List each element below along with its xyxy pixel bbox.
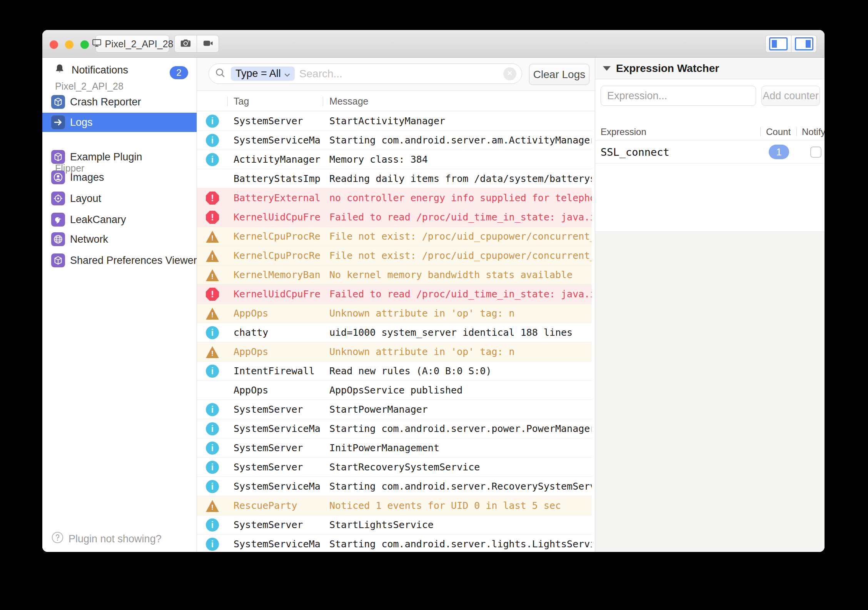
plugin-help-link[interactable]: Plugin not showing?	[51, 531, 162, 547]
log-row[interactable]: iSystemServerStartLightsService	[197, 515, 592, 535]
log-row[interactable]: !KernelUidCpuFreFailed to read /proc/uid…	[197, 285, 592, 304]
screen-record-button[interactable]	[197, 35, 219, 52]
log-tag: SystemServiceMa	[234, 131, 320, 150]
info-icon: i	[206, 480, 219, 493]
sidebar-item-network[interactable]: Network	[42, 230, 197, 248]
column-header-tag: Tag	[234, 91, 249, 111]
log-tag: AppOps	[234, 304, 320, 323]
log-row[interactable]: iSystemServerStartPowerManager	[197, 400, 592, 419]
log-message: Noticed 1 events for UID 0 in last 5 sec	[329, 496, 592, 515]
log-row[interactable]: !KernelCpuProcReFile not exist: /proc/ui…	[197, 246, 592, 265]
target-icon	[51, 192, 65, 205]
sidebar-item-leakcanary[interactable]: LeakCanary	[42, 211, 197, 228]
add-counter-button[interactable]: Add counter	[761, 86, 820, 106]
screenshot-button[interactable]	[175, 35, 197, 52]
info-icon: i	[206, 422, 219, 435]
log-message: Unknown attribute in 'op' tag: n	[329, 304, 592, 323]
zoom-window-button[interactable]	[80, 40, 89, 49]
sidebar-item-crash-reporter[interactable]: Crash Reporter	[42, 93, 197, 111]
log-row[interactable]: !RescuePartyNoticed 1 events for UID 0 i…	[197, 496, 592, 515]
log-tag: RescueParty	[234, 496, 320, 515]
sidebar-section-device: Pixel_2_API_28	[55, 80, 124, 92]
log-row[interactable]: iIntentFirewallRead new rules (A:0 B:0 S…	[197, 362, 592, 381]
clear-search-button[interactable]	[503, 67, 516, 80]
search-bar[interactable]: Type = All Search...	[209, 63, 522, 84]
warning-icon: !	[206, 500, 219, 512]
globe-icon	[51, 232, 65, 246]
sidebar-item-label: LeakCanary	[70, 214, 126, 226]
log-message: uid=1000 system_server identical 188 lin…	[329, 323, 592, 342]
log-row[interactable]: AppOpsAppOpsService published	[197, 381, 592, 400]
log-tag: KernelCpuProcRe	[234, 227, 320, 246]
clear-logs-button[interactable]: Clear Logs	[529, 64, 589, 85]
titlebar: Pixel_2_API_28	[42, 30, 825, 58]
log-row[interactable]: !AppOpsUnknown attribute in 'op' tag: n	[197, 342, 592, 362]
log-row[interactable]: BatteryStatsImpReading daily items from …	[197, 169, 592, 188]
log-message: Starting com.android.server.RecoverySyst…	[329, 477, 592, 496]
column-header-expression: Expression	[601, 123, 646, 141]
log-tag: KernelMemoryBan	[234, 265, 320, 285]
sidebar-item-logs[interactable]: Logs	[42, 113, 197, 132]
warning-icon: !	[206, 308, 219, 320]
info-icon: i	[206, 461, 219, 474]
sidebar-item-shared-preferences-viewer[interactable]: Shared Preferences Viewer	[42, 252, 197, 269]
log-row[interactable]: !AppOpsUnknown attribute in 'op' tag: n	[197, 304, 592, 323]
log-row[interactable]: !KernelUidCpuFreFailed to read /proc/uid…	[197, 208, 592, 227]
type-filter-label: Type = All	[235, 68, 281, 80]
expression-watcher-header[interactable]: Expression Watcher	[595, 58, 825, 79]
log-message: Starting com.android.server.am.ActivityM…	[329, 131, 592, 150]
log-row[interactable]: iSystemServiceMaStarting com.android.ser…	[197, 535, 592, 552]
close-window-button[interactable]	[50, 40, 58, 49]
log-message: Read new rules (A:0 B:0 S:0)	[329, 362, 592, 381]
sidebar-item-label: Images	[70, 172, 104, 183]
device-name-label: Pixel_2_API_28	[105, 38, 174, 50]
sidebar-item-notifications[interactable]: Notifications 2	[42, 62, 197, 78]
watcher-row[interactable]: SSL_connect1	[595, 141, 825, 163]
log-row[interactable]: iSystemServerInitPowerManagement	[197, 438, 592, 458]
cube-icon	[51, 253, 65, 267]
info-icon: i	[206, 326, 219, 339]
log-tag: SystemServer	[234, 400, 320, 419]
log-message: Failed to read /proc/uid_time_in_state: …	[329, 285, 592, 304]
sidebar-item-layout[interactable]: Layout	[42, 190, 197, 207]
log-row[interactable]: !KernelMemoryBanNo kernel memory bandwid…	[197, 265, 592, 285]
sidebar-item-label: Example Plugin	[70, 151, 142, 163]
log-tag: BatteryExternal	[234, 188, 320, 208]
watcher-empty-area	[595, 232, 825, 552]
log-row[interactable]: iSystemServiceMaStarting com.android.ser…	[197, 131, 592, 150]
disclosure-triangle-icon	[603, 66, 611, 71]
info-icon: i	[206, 365, 219, 378]
log-message: Starting com.android.server.lights.Light…	[329, 535, 592, 552]
column-header-message: Message	[329, 91, 368, 111]
column-header-notify: Notify	[802, 123, 825, 141]
log-tag: SystemServer	[234, 112, 320, 131]
toggle-left-sidebar-button[interactable]	[766, 35, 791, 52]
watched-expression: SSL_connect	[601, 141, 669, 163]
log-tag: SystemServiceMa	[234, 477, 320, 496]
log-row[interactable]: iSystemServerStartRecoverySystemService	[197, 458, 592, 477]
toggle-right-sidebar-button[interactable]	[791, 35, 816, 52]
log-row[interactable]: iSystemServiceMaStarting com.android.ser…	[197, 477, 592, 496]
log-row[interactable]: iSystemServerStartActivityManager	[197, 112, 592, 131]
log-message: StartActivityManager	[329, 112, 592, 131]
log-row[interactable]: !BatteryExternalno controller energy inf…	[197, 188, 592, 208]
log-tag: KernelUidCpuFre	[234, 208, 320, 227]
log-row[interactable]: iSystemServiceMaStarting com.android.ser…	[197, 419, 592, 438]
minimize-window-button[interactable]	[65, 40, 73, 49]
log-row[interactable]: !KernelCpuProcReFile not exist: /proc/ui…	[197, 227, 592, 246]
log-row[interactable]: ichattyuid=1000 system_server identical …	[197, 323, 592, 342]
log-tag: AppOps	[234, 342, 320, 362]
log-row[interactable]: iActivityManagerMemory class: 384	[197, 150, 592, 169]
warning-icon: !	[206, 269, 219, 281]
device-selector-button[interactable]: Pixel_2_API_28	[95, 35, 169, 53]
warning-icon: !	[206, 250, 219, 262]
notify-checkbox[interactable]	[810, 147, 821, 158]
info-icon: i	[206, 115, 219, 128]
expression-input[interactable]: Expression...	[601, 86, 756, 106]
plugin-help-label: Plugin not showing?	[68, 533, 162, 545]
search-input[interactable]: Search...	[299, 68, 499, 80]
sidebar-item-images[interactable]: Images	[42, 168, 197, 186]
plugin-sidebar: Notifications 2 Pixel_2_API_28 Crash Rep…	[42, 58, 197, 552]
type-filter-chip[interactable]: Type = All	[231, 67, 295, 81]
sidebar-item-example-plugin[interactable]: Example Plugin	[42, 148, 197, 166]
